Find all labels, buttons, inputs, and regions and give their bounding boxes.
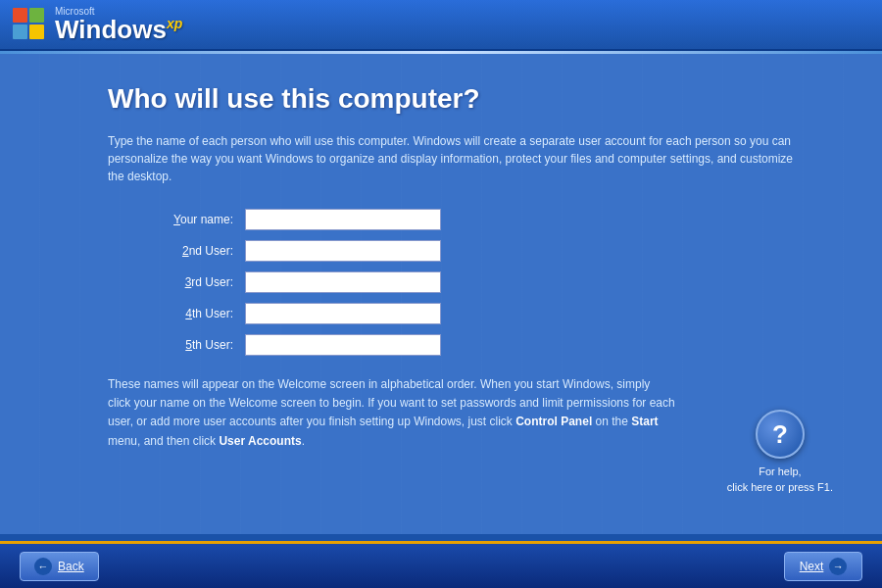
logo-text: Microsoft Windowsxp xyxy=(55,7,182,42)
your-name-input[interactable] xyxy=(245,209,441,230)
form-row-your-name: Your name: xyxy=(127,209,804,230)
5th-user-label: 5th User: xyxy=(127,338,245,352)
note-text: These names will appear on the Welcome s… xyxy=(108,375,676,451)
user-accounts-link: User Accounts xyxy=(219,434,301,448)
back-button[interactable]: ← Back xyxy=(20,552,99,581)
windows-flag-icon xyxy=(12,7,47,42)
description-text: Type the name of each person who will us… xyxy=(108,132,794,185)
3rd-user-input[interactable] xyxy=(245,271,441,293)
2nd-user-input[interactable] xyxy=(245,240,441,262)
page-title: Who will use this computer? xyxy=(108,83,804,115)
logo-area: Microsoft Windowsxp xyxy=(12,7,182,42)
4th-user-label: 4th User: xyxy=(127,307,245,320)
xp-label: xp xyxy=(167,16,182,31)
help-icon[interactable]: ? xyxy=(756,410,805,459)
5th-user-input[interactable] xyxy=(245,334,441,356)
top-bar: Microsoft Windowsxp xyxy=(0,0,882,51)
back-label: Back xyxy=(58,560,84,573)
form-area: Your name: 2nd User: 3rd User: 4th User: xyxy=(127,209,804,356)
form-row-4th-user: 4th User: xyxy=(127,303,804,324)
next-arrow-icon: → xyxy=(829,558,847,575)
2nd-user-label: 2nd User: xyxy=(127,244,245,258)
help-text: For help, click here or press F1. xyxy=(727,465,833,495)
your-name-label: Your name: xyxy=(127,213,245,226)
main-content: Who will use this computer? Type the nam… xyxy=(0,54,882,534)
next-label: Next xyxy=(800,560,824,573)
svg-rect-3 xyxy=(29,24,44,39)
control-panel-link: Control Panel xyxy=(515,415,592,428)
form-row-5th-user: 5th User: xyxy=(127,334,804,356)
next-button[interactable]: Next → xyxy=(784,552,862,581)
4th-user-input[interactable] xyxy=(245,303,441,324)
svg-rect-0 xyxy=(13,8,27,23)
bottom-bar: ← Back Next → xyxy=(0,541,882,588)
svg-rect-2 xyxy=(13,24,27,39)
3rd-user-label: 3rd User: xyxy=(127,275,245,289)
svg-rect-1 xyxy=(29,8,44,23)
form-row-3rd-user: 3rd User: xyxy=(127,271,804,293)
start-label: Start xyxy=(631,415,658,428)
back-arrow-icon: ← xyxy=(34,558,52,575)
help-section[interactable]: ? For help, click here or press F1. xyxy=(727,410,833,495)
windows-label: Windowsxp xyxy=(55,17,182,42)
form-row-2nd-user: 2nd User: xyxy=(127,240,804,262)
